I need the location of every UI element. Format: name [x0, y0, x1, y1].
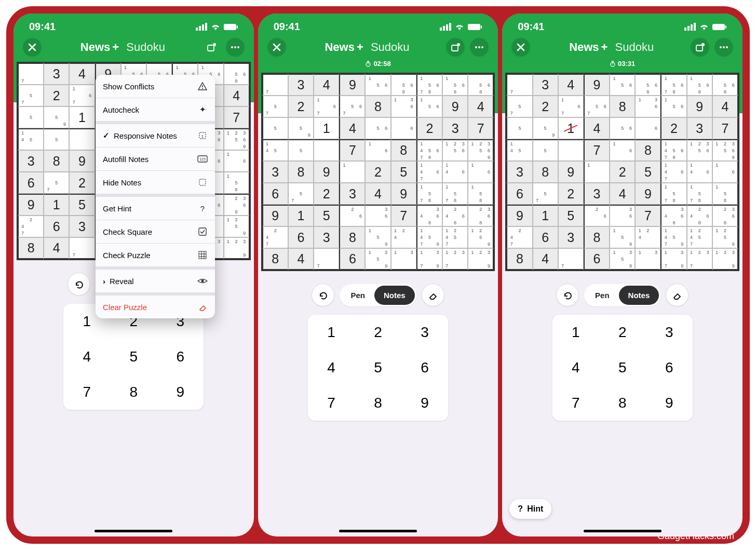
sudoku-cell[interactable]: 57: [262, 96, 288, 117]
sudoku-cell[interactable]: 9: [18, 194, 44, 216]
sudoku-cell[interactable]: 145: [262, 139, 288, 161]
sudoku-cell[interactable]: 12356: [687, 139, 712, 161]
sudoku-cell[interactable]: 9: [262, 205, 288, 226]
sudoku-cell[interactable]: 3468: [416, 205, 442, 226]
keypad-5[interactable]: 5: [599, 350, 646, 385]
sudoku-cell[interactable]: 7: [391, 205, 416, 226]
close-button[interactable]: [267, 38, 286, 57]
keypad-7[interactable]: 7: [308, 385, 355, 421]
more-button[interactable]: [714, 38, 733, 57]
undo-button[interactable]: [556, 284, 579, 306]
keypad-9[interactable]: 9: [401, 385, 448, 421]
sudoku-cell[interactable]: 5: [635, 161, 660, 183]
sudoku-cell[interactable]: 1259: [712, 226, 738, 248]
sudoku-cell[interactable]: 7: [635, 205, 660, 226]
sudoku-cell[interactable]: [314, 139, 339, 161]
sudoku-cell[interactable]: 6: [288, 226, 314, 248]
sudoku-cell[interactable]: 15678: [660, 74, 686, 96]
sudoku-cell[interactable]: 2368: [468, 205, 494, 226]
sudoku-cell[interactable]: 2: [660, 117, 686, 139]
sudoku-cell[interactable]: 4: [533, 248, 558, 270]
sudoku-cell[interactable]: 3: [687, 117, 712, 139]
sudoku-cell[interactable]: 158: [468, 183, 494, 205]
sudoku-cell[interactable]: 4: [69, 63, 95, 85]
sudoku-cell[interactable]: 7: [468, 117, 494, 139]
sudoku-cell[interactable]: [69, 128, 95, 150]
sudoku-cell[interactable]: 59: [44, 106, 69, 128]
sudoku-cell[interactable]: 1578: [687, 183, 712, 205]
number-keypad[interactable]: 123456789: [63, 304, 204, 410]
sudoku-cell[interactable]: 8: [288, 161, 314, 183]
sudoku-cell[interactable]: 1237: [687, 248, 712, 270]
sudoku-cell[interactable]: 13: [391, 248, 416, 270]
keypad-9[interactable]: 9: [157, 374, 204, 410]
keypad-4[interactable]: 4: [552, 350, 599, 385]
sudoku-cell[interactable]: 8: [391, 139, 416, 161]
sudoku-cell[interactable]: 6: [635, 117, 660, 139]
eraser-button[interactable]: [422, 284, 444, 306]
sudoku-cell[interactable]: 16: [365, 139, 390, 161]
sudoku-cell[interactable]: 158: [712, 183, 738, 205]
sudoku-cell[interactable]: 5: [44, 128, 69, 150]
sudoku-cell[interactable]: 1467: [660, 161, 686, 183]
keypad-2[interactable]: 2: [355, 315, 401, 350]
sudoku-cell[interactable]: 5: [533, 139, 558, 161]
sudoku-cell[interactable]: 1578: [660, 183, 686, 205]
sudoku-cell[interactable]: 167: [314, 96, 339, 117]
sudoku-cell[interactable]: 247: [262, 226, 288, 248]
sudoku-cell[interactable]: 1: [69, 106, 95, 128]
keypad-4[interactable]: 4: [63, 339, 110, 374]
sudoku-cell[interactable]: 16: [224, 150, 250, 172]
sudoku-cell[interactable]: 1467: [416, 161, 442, 183]
sudoku-cell[interactable]: 1259: [468, 226, 494, 248]
sudoku-cell[interactable]: 156: [660, 96, 686, 117]
sudoku-cell[interactable]: 568: [391, 74, 416, 96]
sudoku-cell[interactable]: 4: [44, 237, 69, 259]
sudoku-cell[interactable]: 4: [610, 183, 635, 205]
sudoku-cell[interactable]: 57: [44, 172, 69, 194]
sudoku-cell[interactable]: 6: [44, 216, 69, 237]
sudoku-cell[interactable]: 1359: [610, 248, 635, 270]
sudoku-cell[interactable]: 3: [288, 74, 314, 96]
sudoku-cell[interactable]: 1379: [660, 248, 686, 270]
sudoku-board[interactable]: 7349156568156781568568572167567813615694…: [261, 73, 495, 271]
sudoku-cell[interactable]: 2: [44, 85, 69, 106]
sudoku-cell[interactable]: 12457: [687, 226, 712, 248]
sudoku-cell[interactable]: 15678: [416, 74, 442, 96]
sudoku-cell[interactable]: 568: [224, 63, 250, 85]
keypad-6[interactable]: 6: [401, 350, 448, 385]
sudoku-cell[interactable]: 4: [558, 74, 584, 96]
undo-button[interactable]: [68, 273, 90, 296]
sudoku-cell[interactable]: 1568: [687, 74, 712, 96]
menu-autofill-notes[interactable]: Autofill Notes 123: [96, 147, 215, 171]
sudoku-cell[interactable]: 1568: [442, 74, 468, 96]
sudoku-cell[interactable]: 1: [339, 161, 365, 183]
menu-autocheck[interactable]: Autocheck ✦: [96, 98, 215, 124]
menu-reveal[interactable]: ›Reveal: [96, 270, 215, 296]
sudoku-cell[interactable]: 9: [391, 183, 416, 205]
sudoku-cell[interactable]: 3468: [660, 205, 686, 226]
sudoku-cell[interactable]: 59: [533, 117, 558, 139]
keypad-2[interactable]: 2: [599, 315, 646, 350]
sudoku-cell[interactable]: 9: [314, 161, 339, 183]
sudoku-cell[interactable]: 136: [635, 96, 660, 117]
sudoku-cell[interactable]: 123569: [224, 128, 250, 150]
sudoku-cell[interactable]: 568: [468, 74, 494, 96]
sudoku-cell[interactable]: 4: [365, 183, 390, 205]
sudoku-cell[interactable]: 1: [288, 205, 314, 226]
sudoku-cell[interactable]: 247: [18, 216, 44, 237]
sudoku-cell[interactable]: 14579: [660, 226, 686, 248]
menu-hide-notes[interactable]: Hide Notes: [96, 171, 215, 197]
mode-toggle[interactable]: Pen Notes: [340, 284, 416, 306]
sudoku-cell[interactable]: 2468: [687, 205, 712, 226]
sudoku-cell[interactable]: 9: [558, 161, 584, 183]
sudoku-cell[interactable]: 9: [69, 150, 95, 172]
sudoku-board[interactable]: 7349156568156781568568572167567813615694…: [505, 73, 739, 271]
sudoku-cell[interactable]: 136: [391, 96, 416, 117]
sudoku-cell[interactable]: 145: [18, 128, 44, 150]
sudoku-cell[interactable]: 5: [262, 117, 288, 139]
notes-mode-button[interactable]: Notes: [619, 286, 659, 305]
sudoku-cell[interactable]: 26: [339, 205, 365, 226]
sudoku-cell[interactable]: 5: [558, 205, 584, 226]
sudoku-cell[interactable]: 3: [533, 74, 558, 96]
